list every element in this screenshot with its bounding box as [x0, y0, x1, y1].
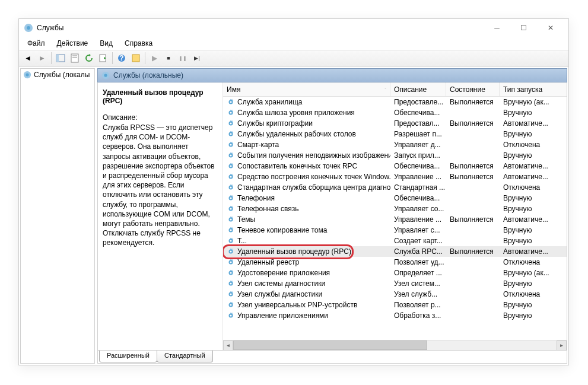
table-row[interactable]: Стандартная служба сборщика центра диагн… — [223, 182, 567, 193]
cell-state — [446, 208, 500, 209]
close-button[interactable]: ✕ — [537, 19, 564, 37]
gear-icon — [227, 162, 235, 170]
forward-icon: ► — [39, 54, 46, 62]
svg-point-28 — [230, 165, 231, 167]
book-button[interactable] — [129, 52, 142, 65]
table-row[interactable]: Смарт-картаУправляет д...Отключена — [223, 139, 567, 150]
help-button[interactable]: ? — [115, 52, 128, 65]
cell-name: Стандартная служба сборщика центра диагн… — [223, 183, 390, 192]
table-row[interactable]: Средство построения конечных точек Windo… — [223, 171, 567, 182]
column-state[interactable]: Состояние — [446, 82, 500, 96]
cell-state — [446, 133, 500, 135]
svg-point-44 — [230, 250, 231, 252]
table-row[interactable]: ТемыУправление ...ВыполняетсяАвтоматиче.… — [223, 214, 567, 225]
menu-bar: Файл Действие Вид Справка — [19, 37, 568, 50]
table-row[interactable]: Служба хранилищаПредоставле...Выполняетс… — [223, 97, 567, 107]
refresh-button[interactable] — [82, 52, 96, 65]
gear-icon — [227, 301, 235, 309]
book-icon — [131, 53, 141, 63]
table-row[interactable]: Удаленный вызов процедур (RPC)Служба RPC… — [223, 246, 567, 257]
cell-state: Выполняется — [446, 161, 500, 171]
scroll-thumb[interactable] — [233, 341, 427, 350]
scroll-left-button[interactable]: ◄ — [223, 341, 233, 350]
menu-help[interactable]: Справка — [120, 38, 157, 49]
table-row[interactable]: ТелефонияОбеспечива...Вручную — [223, 193, 567, 203]
list-body[interactable]: Служба хранилищаПредоставле...Выполняетс… — [223, 97, 567, 340]
svg-point-40 — [230, 229, 231, 231]
scroll-track[interactable] — [233, 341, 557, 350]
show-hide-tree-button[interactable] — [54, 52, 67, 65]
horizontal-scrollbar[interactable]: ◄ ► — [223, 340, 567, 350]
title-bar[interactable]: Службы ─ ☐ ✕ — [19, 19, 568, 37]
scroll-right-button[interactable]: ► — [557, 341, 567, 350]
restart-button[interactable]: ▶| — [190, 52, 204, 65]
table-row[interactable]: Телефонная связьУправляет со...Вручную — [223, 203, 567, 214]
column-description[interactable]: Описание — [390, 82, 446, 96]
cell-name: Служба хранилища — [223, 97, 390, 107]
table-row[interactable]: Сопоставитель конечных точек RPCОбеспечи… — [223, 161, 567, 171]
column-startup[interactable]: Тип запуска — [500, 82, 557, 96]
stop-button[interactable]: ■ — [162, 52, 175, 65]
table-row[interactable]: События получения неподвижных изображени… — [223, 150, 567, 161]
cell-desc: Управляет с... — [390, 225, 446, 235]
export-icon — [98, 53, 108, 63]
cell-desc: Стандартная ... — [390, 183, 446, 192]
column-name[interactable]: Имяˆ — [223, 82, 390, 96]
tab-extended[interactable]: Расширенный — [99, 351, 157, 362]
table-row[interactable]: Удаленный реестрПозволяет уд...Отключена — [223, 257, 567, 268]
cell-desc: Определяет ... — [390, 268, 446, 278]
table-row[interactable]: Управление приложениямиОбработка з...Вру… — [223, 310, 567, 321]
menu-file[interactable]: Файл — [23, 38, 50, 49]
table-row[interactable]: Узел универсальных PNP-устройствПозволяе… — [223, 300, 567, 310]
cell-desc: Управление ... — [390, 172, 446, 182]
table-row[interactable]: Т...Создает карт...Вручную — [223, 236, 567, 246]
cell-desc: Предоставл... — [390, 119, 446, 128]
table-row[interactable]: Узел службы диагностикиУзел служб...Откл… — [223, 289, 567, 300]
properties-button[interactable] — [68, 52, 81, 65]
menu-action[interactable]: Действие — [52, 38, 93, 49]
table-row[interactable]: Службы криптографииПредоставл...Выполняе… — [223, 118, 567, 129]
service-name-text: Узел системы диагностики — [237, 279, 325, 288]
tab-standard[interactable]: Стандартный — [157, 351, 213, 362]
cell-start: Автоматиче... — [500, 161, 557, 171]
cell-desc: Служба RPC... — [390, 247, 446, 256]
minimize-button[interactable]: ─ — [484, 19, 510, 37]
svg-point-34 — [230, 197, 231, 199]
back-button[interactable]: ◄ — [21, 52, 34, 65]
svg-rect-3 — [56, 55, 59, 62]
forward-button[interactable]: ► — [36, 52, 49, 65]
svg-text:?: ? — [119, 54, 123, 62]
cell-state — [446, 112, 500, 113]
table-row[interactable]: Узел системы диагностикиУзел систем...Вр… — [223, 278, 567, 289]
cell-state — [446, 155, 500, 156]
table-row[interactable]: Служба шлюза уровня приложенияОбеспечива… — [223, 107, 567, 118]
table-row[interactable]: Удостоверение приложенияОпределяет ...Вр… — [223, 268, 567, 278]
cell-desc: Предоставле... — [390, 97, 446, 107]
menu-view[interactable]: Вид — [95, 38, 117, 49]
selected-service-name: Удаленный вызов процедур (RPC) — [103, 88, 217, 105]
cell-desc: Обеспечива... — [390, 193, 446, 203]
export-button[interactable] — [97, 52, 110, 65]
cell-state — [446, 272, 500, 273]
services-list[interactable]: Имяˆ Описание Состояние Тип запуска Служ… — [223, 82, 567, 350]
service-name-text: Теневое копирование тома — [237, 226, 327, 234]
svg-point-14 — [104, 74, 107, 77]
table-row[interactable]: Теневое копирование томаУправляет с...Вр… — [223, 225, 567, 236]
cell-state — [446, 262, 500, 263]
tree-node-services[interactable]: Службы (локалы — [21, 69, 94, 81]
description-body: Служба RPCSS — это диспетчер служб для C… — [103, 123, 217, 247]
service-name-text: Т... — [237, 237, 247, 245]
table-row[interactable]: Службы удаленных рабочих столовРазрешает… — [223, 129, 567, 139]
cell-state: Выполняется — [446, 97, 500, 107]
pause-button[interactable]: ❚❚ — [176, 52, 189, 65]
tree-pane[interactable]: Службы (локалы — [20, 68, 95, 364]
cell-name: Телефония — [223, 193, 390, 203]
gear-icon — [227, 258, 235, 266]
service-name-text: Удаленный реестр — [237, 258, 299, 266]
gear-icon — [23, 71, 31, 79]
start-button[interactable]: ▶ — [148, 52, 161, 65]
cell-state — [446, 230, 500, 231]
svg-point-38 — [230, 218, 231, 220]
cell-start: Вручную — [500, 204, 557, 214]
maximize-button[interactable]: ☐ — [510, 19, 537, 37]
